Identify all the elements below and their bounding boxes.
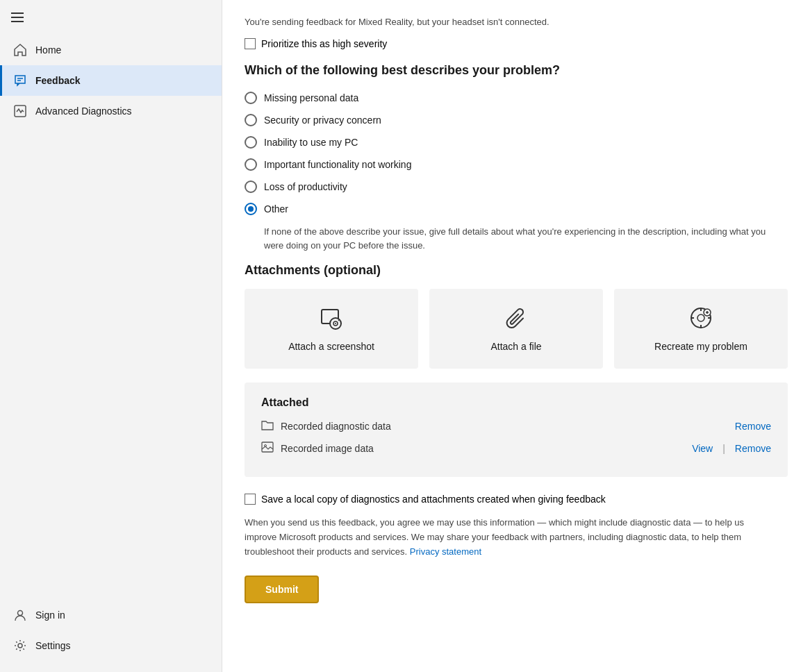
radio-label-inability-to-use: Inability to use my PC: [264, 137, 358, 148]
radio-loss-productivity[interactable]: [245, 180, 257, 193]
sidebar-item-feedback-label: Feedback: [35, 75, 81, 86]
gear-icon: [13, 639, 27, 653]
attached-row-diagnostic: Recorded diagnostic data Remove: [261, 419, 771, 434]
attach-file-label: Attach a file: [490, 341, 541, 352]
radio-row-other[interactable]: Other: [245, 203, 788, 215]
radio-group: Missing personal data Security or privac…: [245, 92, 788, 215]
attachments-row: Attach a screenshot Attach a file: [245, 289, 788, 369]
main-content: You're sending feedback for Mixed Realit…: [222, 0, 810, 672]
attach-screenshot-icon: [319, 305, 344, 334]
hamburger-button[interactable]: [0, 0, 222, 35]
view-image-button[interactable]: View: [692, 443, 713, 454]
radio-other[interactable]: [245, 203, 257, 215]
home-icon: [13, 43, 27, 57]
radio-label-loss-productivity: Loss of productivity: [264, 181, 347, 192]
image-data-name: Recorded image data: [281, 443, 685, 454]
radio-row-missing-personal-data[interactable]: Missing personal data: [245, 92, 788, 104]
save-local-checkbox[interactable]: [245, 494, 256, 505]
attach-file-card[interactable]: Attach a file: [429, 289, 603, 369]
svg-point-1: [18, 611, 23, 616]
sidebar-nav: Home Feedback Advanced Diagnostics: [0, 35, 222, 600]
high-severity-label: Prioritize this as high severity: [261, 38, 387, 49]
radio-row-security-privacy[interactable]: Security or privacy concern: [245, 114, 788, 126]
high-severity-checkbox[interactable]: [245, 38, 256, 49]
diagnostics-icon: [13, 104, 27, 118]
radio-label-security-privacy: Security or privacy concern: [264, 115, 381, 126]
radio-row-inability-to-use[interactable]: Inability to use my PC: [245, 136, 788, 149]
sidebar-bottom: Sign in Settings: [0, 600, 222, 672]
sidebar-item-diagnostics-label: Advanced Diagnostics: [35, 106, 132, 117]
radio-label-other: Other: [264, 203, 288, 215]
svg-point-2: [18, 644, 22, 648]
radio-label-missing-personal-data: Missing personal data: [264, 92, 358, 103]
sidebar-settings-label: Settings: [35, 640, 71, 651]
attached-row-image: Recorded image data View | Remove: [261, 441, 771, 456]
attached-section-title: Attached: [261, 396, 771, 409]
save-local-row: Save a local copy of diagnostics and att…: [245, 494, 788, 505]
sidebar-item-feedback[interactable]: Feedback: [0, 65, 222, 96]
radio-security-privacy[interactable]: [245, 114, 257, 126]
attach-screenshot-card[interactable]: Attach a screenshot: [245, 289, 418, 369]
folder-icon: [261, 419, 274, 434]
svg-point-8: [697, 314, 704, 321]
high-severity-row: Prioritize this as high severity: [245, 38, 788, 49]
radio-inability-to-use[interactable]: [245, 136, 257, 149]
sidebar-signin-label: Sign in: [35, 610, 65, 621]
diagnostic-data-name: Recorded diagnostic data: [281, 421, 728, 432]
hamburger-icon: [11, 12, 24, 22]
radio-row-loss-productivity[interactable]: Loss of productivity: [245, 180, 788, 193]
recreate-problem-card[interactable]: Recreate my problem: [614, 289, 788, 369]
separator: |: [722, 443, 725, 454]
remove-diagnostic-button[interactable]: Remove: [735, 421, 771, 432]
sidebar-item-diagnostics[interactable]: Advanced Diagnostics: [0, 96, 222, 126]
image-icon: [261, 441, 274, 456]
radio-row-important-functionality[interactable]: Important functionality not working: [245, 158, 788, 171]
save-local-label: Save a local copy of diagnostics and att…: [261, 494, 606, 505]
feedback-icon: [13, 74, 27, 87]
sidebar-item-signin[interactable]: Sign in: [0, 600, 222, 630]
submit-button[interactable]: Submit: [245, 576, 319, 603]
agreement-text-content: When you send us this feedback, you agre…: [245, 517, 744, 557]
privacy-link[interactable]: Privacy statement: [410, 546, 481, 557]
sidebar-item-home[interactable]: Home: [0, 35, 222, 65]
remove-image-button[interactable]: Remove: [735, 443, 771, 454]
sidebar-item-settings[interactable]: Settings: [0, 630, 222, 661]
attachments-title: Attachments (optional): [245, 263, 788, 278]
notice-text: You're sending feedback for Mixed Realit…: [245, 17, 788, 27]
sidebar: Home Feedback Advanced Diagnostics: [0, 0, 222, 672]
radio-important-functionality[interactable]: [245, 158, 257, 171]
recreate-problem-icon: [688, 305, 713, 334]
person-icon: [13, 608, 27, 622]
svg-point-6: [335, 323, 336, 324]
sidebar-item-home-label: Home: [35, 44, 61, 56]
attached-section: Attached Recorded diagnostic data Remove…: [245, 383, 788, 477]
radio-missing-personal-data[interactable]: [245, 92, 257, 104]
attach-screenshot-label: Attach a screenshot: [288, 341, 374, 352]
radio-label-important-functionality: Important functionality not working: [264, 159, 411, 170]
problem-section-title: Which of the following best describes yo…: [245, 63, 788, 78]
attach-file-icon: [504, 305, 529, 334]
svg-rect-10: [262, 442, 273, 452]
other-hint-text: If none of the above describe your issue…: [264, 225, 788, 252]
agreement-text: When you send us this feedback, you agre…: [245, 516, 772, 559]
recreate-problem-label: Recreate my problem: [654, 341, 747, 352]
